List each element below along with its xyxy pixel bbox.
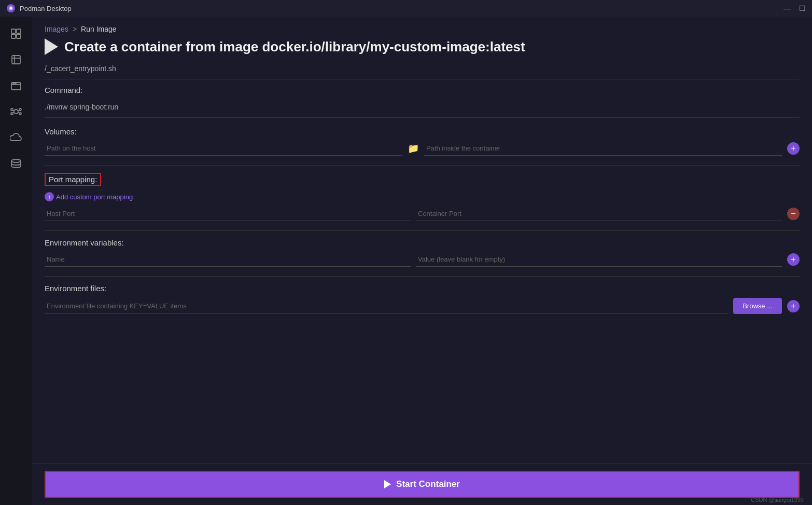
browse-button[interactable]: Browse ... [733,298,782,314]
env-value-input[interactable] [416,252,782,267]
command-value: ./mvnw spring-boot:run [45,100,800,118]
breadcrumb-separator: > [73,25,77,33]
window-controls: — ☐ [783,4,806,12]
maximize-button[interactable]: ☐ [799,4,806,12]
sidebar-item-pods[interactable] [4,100,28,124]
command-section: Command: ./mvnw spring-boot:run [45,86,800,118]
volumes-section: Volumes: 📁 + [45,127,800,156]
svg-point-14 [11,113,13,115]
divider-2 [45,230,800,231]
minimize-button[interactable]: — [783,4,791,12]
add-volume-button[interactable]: + [787,142,800,155]
env-vars-label: Environment variables: [45,238,800,247]
main-content: Images > Run Image Create a container fr… [32,17,812,505]
env-files-section: Environment files: Browse ... + [45,284,800,314]
start-play-icon [384,480,391,488]
env-vars-row: + [45,252,800,267]
watermark: CSDN @jiangqi1999 [751,497,804,503]
start-container-label: Start Container [396,479,460,489]
sidebar-item-dashboard[interactable] [4,22,28,46]
port-mapping-row: − [45,207,800,221]
container-port-input[interactable] [416,207,782,221]
volumes-input-row: 📁 + [45,141,800,156]
titlebar: Podman Desktop — ☐ [0,0,812,17]
env-files-label: Environment files: [45,284,800,293]
host-path-input[interactable] [45,141,402,156]
command-label: Command: [45,86,800,94]
sidebar [0,17,32,505]
env-vars-section: Environment variables: + [45,238,800,267]
header: Images > Run Image Create a container fr… [32,17,812,61]
breadcrumb-images-link[interactable]: Images [45,25,68,33]
sidebar-item-cloud[interactable] [4,126,28,149]
remove-port-button[interactable]: − [787,208,800,220]
svg-rect-3 [11,29,16,33]
port-mapping-label: Port mapping: [49,175,97,184]
sidebar-item-storage[interactable] [4,152,28,175]
volumes-label: Volumes: [45,127,800,136]
svg-rect-4 [17,29,21,33]
sidebar-item-containers[interactable] [4,74,28,98]
svg-point-9 [13,83,14,84]
breadcrumb: Images > Run Image [45,25,800,33]
start-container-button[interactable]: Start Container [45,471,800,498]
svg-line-17 [18,111,19,111]
env-files-row: Browse ... + [45,298,800,314]
port-mapping-label-box: Port mapping: [45,173,101,186]
breadcrumb-current: Run Image [81,25,116,33]
entrypoint-value: /_cacert_entrypoint.sh [45,61,800,79]
app-title: Podman Desktop [20,5,72,12]
env-file-input[interactable] [45,299,728,313]
container-path-input[interactable] [424,141,782,156]
play-icon [45,38,58,55]
svg-line-16 [13,111,14,111]
port-mapping-section: Port mapping: + Add custom port mapping … [45,173,800,221]
app-icon [6,4,16,13]
page-title-row: Create a container from image docker.io/… [45,38,800,55]
divider-3 [45,276,800,277]
folder-browse-icon[interactable]: 📁 [408,143,419,154]
add-custom-port-link[interactable]: + Add custom port mapping [45,192,800,201]
svg-rect-5 [11,34,16,38]
svg-point-15 [19,113,21,115]
page-title: Create a container from image docker.io/… [64,39,525,55]
svg-point-13 [19,108,21,111]
bottom-bar: Start Container CSDN @jiangqi1999 [32,463,812,505]
svg-point-10 [15,83,16,84]
add-env-file-button[interactable]: + [787,300,800,312]
sidebar-item-images[interactable] [4,48,28,72]
env-name-input[interactable] [45,252,411,267]
svg-point-11 [14,110,18,114]
host-port-input[interactable] [45,207,411,221]
divider-1 [45,165,800,166]
svg-point-12 [11,108,13,111]
svg-rect-6 [17,34,21,38]
svg-point-20 [11,159,21,162]
svg-line-18 [13,113,14,113]
add-env-var-button[interactable]: + [787,253,800,266]
form-scroll-area[interactable]: /_cacert_entrypoint.sh Command: ./mvnw s… [32,61,812,463]
svg-point-2 [10,7,12,9]
svg-line-19 [18,113,19,113]
add-port-icon[interactable]: + [45,192,54,201]
svg-rect-7 [12,56,20,64]
add-port-label[interactable]: Add custom port mapping [56,193,133,201]
